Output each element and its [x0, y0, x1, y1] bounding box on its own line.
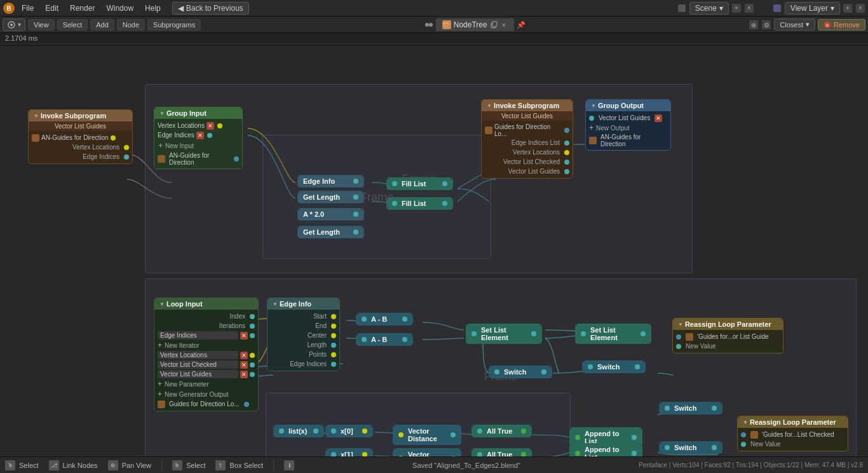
guides-bottom-icon — [158, 401, 165, 408]
all-true-node-2[interactable]: All True — [471, 448, 532, 456]
node-icon — [424, 20, 433, 29]
origin-icon: ⊕ — [749, 20, 759, 30]
guides-out-socket[interactable] — [234, 156, 239, 161]
a-times-2-node[interactable]: A * 2.0 — [297, 208, 364, 221]
reassign-node-2[interactable]: ▼ Reassign Loop Parameter 'Guides for...… — [737, 416, 848, 451]
remove-edge-btn[interactable]: ✕ — [196, 132, 204, 139]
fill-list-2-in-socket[interactable] — [392, 201, 397, 206]
scene-dropdown[interactable]: Scene ▾ — [689, 2, 729, 15]
close-viewlayer-icon[interactable]: × — [855, 3, 865, 13]
fill-list-node-1[interactable]: Fill List — [386, 177, 453, 190]
remove-vl-btn[interactable]: ✕ — [654, 114, 662, 122]
group-out-in-socket[interactable] — [589, 116, 594, 121]
vector-dist-node-2[interactable]: Vector Distance — [393, 448, 461, 456]
svg-text:⊕: ⊕ — [751, 22, 756, 29]
fill-list-2-out-socket[interactable] — [442, 201, 447, 206]
group-input-node[interactable]: ▼ Group Input Vertex Locations ✕ Edge In… — [154, 107, 243, 169]
node-editor[interactable]: Frame Frame Frame Frame ▼ Invoke Subprog… — [0, 46, 868, 456]
close-tab-icon[interactable]: × — [500, 21, 508, 29]
set-list-node-2[interactable]: Set List Element — [575, 324, 651, 344]
fill-list-node-2[interactable]: Fill List — [386, 197, 453, 210]
vector-dist-node-1[interactable]: Vector Distance — [393, 425, 461, 445]
edge-info-out-socket[interactable] — [353, 179, 358, 184]
divider-2 — [273, 460, 274, 470]
list-x-node[interactable]: list(x) — [273, 425, 324, 437]
vec-guides-socket[interactable] — [564, 169, 569, 174]
switch-node-4[interactable]: Switch — [659, 441, 722, 454]
edge-info-node-bottom[interactable]: ▼ Edge Info Start End Center Length Poin… — [267, 298, 340, 371]
svg-text:×: × — [858, 4, 862, 11]
loop-input-node[interactable]: ▼ Loop Input Index Iterations Edge Indic… — [154, 298, 259, 411]
view-menu[interactable]: View — [28, 19, 55, 31]
invoke-subprogram-node-2[interactable]: ▼ Invoke Subprogram Vector List Guides G… — [481, 99, 573, 179]
copy-icon[interactable] — [490, 21, 498, 29]
close-scene-icon[interactable]: × — [744, 3, 754, 13]
mouse-right-icon: 🖱 — [172, 460, 182, 470]
status-bar: 🖱 Select ⎇ Link Nodes ⊕ Pan View 🖱 Selec… — [0, 456, 868, 473]
switch-node-1[interactable]: Switch — [489, 366, 552, 378]
menu-edit[interactable]: Edit — [40, 3, 64, 14]
group-output-node[interactable]: ▼ Group Output Vector List Guides ✕ + Ne… — [585, 99, 671, 151]
x1-node[interactable]: x[1] — [325, 448, 373, 456]
menu-render[interactable]: Render — [65, 3, 100, 14]
a-times-2-out-socket[interactable] — [353, 212, 358, 217]
remove-param0-btn[interactable]: ✕ — [240, 352, 248, 359]
edge-info-node-top[interactable]: Edge Info — [297, 175, 364, 188]
snap-icon: ⚙ — [761, 20, 771, 30]
reassign-node-1[interactable]: ▼ Reassign Loop Parameter 'Guides for...… — [672, 318, 783, 353]
vertex-socket[interactable] — [124, 145, 129, 150]
edge-out-socket[interactable] — [207, 133, 212, 138]
add-viewlayer-icon[interactable]: + — [843, 3, 853, 13]
remove-param1-btn[interactable]: ✕ — [240, 361, 248, 369]
a-b-node-2[interactable]: A - B — [356, 333, 413, 346]
add-scene-icon[interactable]: + — [731, 3, 742, 13]
svg-text:×: × — [501, 21, 505, 29]
a-b-node-1[interactable]: A - B — [356, 313, 413, 326]
x0-node[interactable]: x[0] — [325, 425, 373, 437]
append-node-2[interactable]: Append to List — [569, 443, 642, 456]
switch-node-2[interactable]: Switch — [582, 360, 646, 373]
edge-socket[interactable] — [124, 154, 129, 160]
remove-vertex-btn[interactable]: ✕ — [207, 122, 214, 130]
remove-param2-btn[interactable]: ✕ — [240, 371, 248, 378]
output-socket[interactable] — [111, 135, 116, 141]
svg-text:+: + — [846, 4, 850, 11]
vertex-out-socket[interactable] — [217, 123, 222, 128]
menu-help[interactable]: Help — [140, 3, 166, 14]
back-to-previous-button[interactable]: ◀ Back to Previous — [172, 2, 249, 15]
subprograms-menu[interactable]: Subprograms — [147, 19, 201, 31]
viewlayer-dropdown[interactable]: View Layer ▾ — [785, 2, 840, 15]
remove-button[interactable]: × Remove — [818, 19, 865, 31]
menu-file[interactable]: File — [17, 3, 39, 14]
get-length-node-2[interactable]: Get Length — [297, 226, 364, 238]
set-list-node-1[interactable]: Set List Element — [466, 324, 542, 344]
add-menu[interactable]: Add — [90, 19, 114, 31]
svg-point-13 — [10, 24, 13, 26]
invoke-port-row: AN-Guides for Direction — [29, 133, 132, 142]
select-menu[interactable]: Select — [57, 19, 88, 31]
fill-list-in-socket[interactable] — [392, 181, 397, 186]
vec-checked-socket[interactable] — [564, 160, 569, 165]
edge-indices-list-socket[interactable] — [564, 141, 569, 146]
pin-icon[interactable]: 📌 — [517, 20, 526, 29]
fill-list-out-socket[interactable] — [442, 181, 447, 186]
invoke-subprogram-node-1[interactable]: ▼ Invoke Subprogram Vector List Guides A… — [28, 109, 133, 164]
node-menu[interactable]: Node — [117, 19, 145, 31]
all-true-node-1[interactable]: All True — [471, 425, 532, 437]
svg-text:⚙: ⚙ — [764, 22, 770, 29]
nodetree-tab[interactable]: 🛡 NodeTree × — [436, 18, 514, 31]
timing-bar: 2.1704 ms — [0, 33, 868, 45]
second-toolbar: ▾ View Select Add Node Subprograms 🛡 Nod… — [0, 17, 868, 33]
vertex-loc-socket[interactable] — [564, 150, 569, 155]
mouse-left-icon: 🖱 — [5, 460, 15, 470]
get-length-2-out-socket[interactable] — [353, 230, 358, 235]
editor-type-dropdown[interactable]: ▾ — [3, 18, 25, 31]
get-length-node-1[interactable]: Get Length — [297, 191, 364, 203]
link-nodes-section: ⎇ Link Nodes — [49, 460, 98, 470]
invoke2-in-socket[interactable] — [564, 128, 569, 133]
closest-dropdown[interactable]: Closest ▾ — [774, 18, 815, 31]
remove-iterator-btn[interactable]: ✕ — [240, 332, 248, 339]
menu-window[interactable]: Window — [101, 3, 139, 14]
get-length-out-socket[interactable] — [353, 195, 358, 200]
switch-node-3[interactable]: Switch — [659, 402, 722, 415]
